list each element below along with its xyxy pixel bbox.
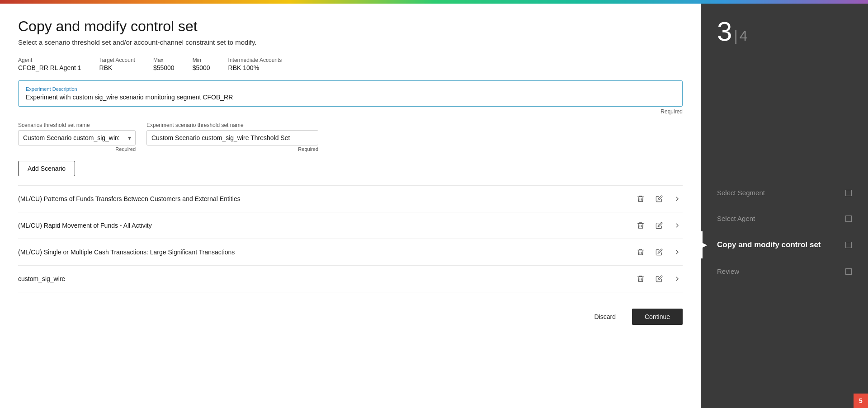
experiment-description-box[interactable]: Experiment Description Experiment with c… (18, 80, 683, 107)
edit-icon[interactable] (654, 247, 665, 258)
delete-icon[interactable] (635, 273, 646, 285)
experiment-description-value: Experiment with custom sig_wire scenario… (26, 94, 675, 101)
scenario-actions (635, 246, 683, 258)
edit-icon[interactable] (654, 220, 665, 231)
scenario-item: (ML/CU) Patterns of Funds Transfers Betw… (18, 185, 683, 212)
scenario-actions (635, 193, 683, 205)
discard-button[interactable]: Discard (583, 309, 626, 325)
agent-info-target: Target Account RBK (99, 57, 135, 71)
experiment-threshold-label: Experiment scenario threshold set name (146, 122, 318, 128)
step-label: Select Agent (717, 215, 755, 222)
agent-info-max: Max $55000 (153, 57, 175, 71)
scenario-item-name: (ML/CU) Patterns of Funds Transfers Betw… (18, 195, 635, 202)
intermediate-accounts-label: Intermediate Accounts (228, 57, 282, 63)
edit-icon[interactable] (654, 273, 665, 284)
target-account-label: Target Account (99, 57, 135, 63)
scenario-actions (635, 273, 683, 285)
step-item-review[interactable]: Review (701, 258, 868, 284)
experiment-threshold-field: Experiment scenario threshold set name R… (146, 122, 318, 152)
step-list: Select Segment Select Agent ► Copy and m… (701, 56, 868, 408)
min-label: Min (193, 57, 210, 63)
step-label: Copy and modify control set (717, 240, 821, 249)
edit-icon[interactable] (654, 193, 665, 204)
chevron-right-icon[interactable] (672, 220, 683, 231)
top-decorative-bar (0, 0, 868, 4)
scenario-item-name: (ML/CU) Single or Multiple Cash Transact… (18, 249, 635, 256)
bottom-badge: 5 (854, 394, 868, 408)
chevron-right-icon[interactable] (672, 193, 683, 204)
experiment-description-required: Required (18, 108, 683, 115)
scenario-threshold-select[interactable]: Custom Scenario custom_sig_wire (18, 130, 136, 145)
action-footer: Discard Continue (18, 301, 683, 325)
target-account-value: RBK (99, 64, 135, 71)
agent-value: CFOB_RR RL Agent 1 (18, 64, 81, 71)
scenario-item-name: (ML/CU) Rapid Movement of Funds - All Ac… (18, 222, 635, 229)
step-square-indicator (845, 216, 852, 222)
scenario-list: (ML/CU) Patterns of Funds Transfers Betw… (18, 185, 683, 292)
agent-info-row: Agent CFOB_RR RL Agent 1 Target Account … (18, 57, 683, 71)
continue-button[interactable]: Continue (632, 309, 683, 325)
max-value: $55000 (153, 64, 175, 71)
delete-icon[interactable] (635, 220, 646, 231)
step-divider: | (734, 28, 737, 43)
step-square-indicator (845, 242, 852, 248)
page-title: Copy and modify control set (18, 18, 683, 35)
experiment-threshold-required: Required (146, 146, 318, 152)
scenario-threshold-required: Required (18, 146, 136, 152)
agent-info-intermediate: Intermediate Accounts RBK 100% (228, 57, 282, 71)
step-item-select-segment[interactable]: Select Segment (701, 180, 868, 206)
right-sidebar: 3 | 4 Select Segment Select Agent ► Copy… (701, 4, 868, 408)
step-item-select-agent[interactable]: Select Agent (701, 206, 868, 231)
step-item-copy-modify[interactable]: ► Copy and modify control set (701, 231, 868, 258)
chevron-right-icon[interactable] (672, 247, 683, 258)
step-label: Review (717, 267, 739, 275)
step-counter: 3 | 4 (701, 4, 868, 56)
scenario-item: custom_sig_wire (18, 266, 683, 292)
scenario-actions (635, 220, 683, 231)
page-subtitle: Select a scenario threshold set and/or a… (18, 38, 683, 46)
experiment-description-label: Experiment Description (26, 86, 675, 92)
min-value: $5000 (193, 64, 210, 71)
agent-info-agent: Agent CFOB_RR RL Agent 1 (18, 57, 81, 71)
threshold-row: Scenarios threshold set name Custom Scen… (18, 122, 683, 152)
agent-label: Agent (18, 57, 81, 63)
delete-icon[interactable] (635, 246, 646, 258)
scenario-item-name: custom_sig_wire (18, 275, 635, 282)
scenario-item: (ML/CU) Single or Multiple Cash Transact… (18, 239, 683, 266)
intermediate-accounts-value: RBK 100% (228, 64, 282, 71)
scenario-threshold-select-wrapper[interactable]: Custom Scenario custom_sig_wire (18, 130, 136, 145)
scenario-threshold-field: Scenarios threshold set name Custom Scen… (18, 122, 136, 152)
step-square-indicator (845, 268, 852, 275)
scenario-item: (ML/CU) Rapid Movement of Funds - All Ac… (18, 212, 683, 239)
main-content: Copy and modify control set Select a sce… (0, 4, 701, 408)
max-label: Max (153, 57, 175, 63)
step-label: Select Segment (717, 189, 765, 197)
step-total: 4 (740, 28, 748, 43)
step-square-indicator (845, 190, 852, 196)
chevron-right-icon[interactable] (672, 273, 683, 284)
scenario-threshold-label: Scenarios threshold set name (18, 122, 136, 128)
delete-icon[interactable] (635, 193, 646, 205)
experiment-threshold-input[interactable] (146, 130, 318, 145)
step-current: 3 (717, 18, 732, 45)
add-scenario-button[interactable]: Add Scenario (18, 161, 75, 176)
agent-info-min: Min $5000 (193, 57, 210, 71)
